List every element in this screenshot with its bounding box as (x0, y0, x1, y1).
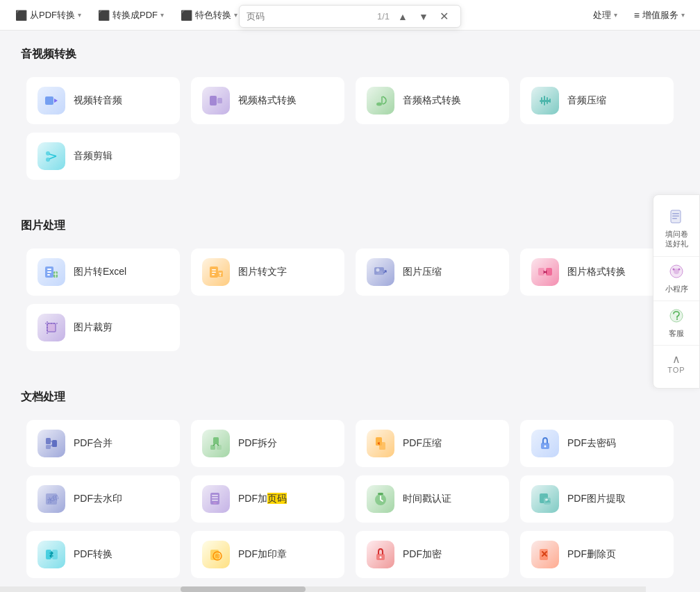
item-img-text[interactable]: T 图片转文字 (191, 248, 344, 296)
item-pdf-convert2[interactable]: PDF转换 (26, 531, 180, 578)
miniprogram-label: 小程序 (665, 284, 688, 294)
top-button[interactable]: ∧ TOP (653, 346, 699, 381)
search-next-btn[interactable]: ▼ (416, 10, 431, 24)
item-pdf-split[interactable]: PDF拆分 (191, 420, 344, 467)
svg-rect-27 (538, 268, 544, 276)
section-image: 图片处理 图片转Excel T 图片转文字 图片压缩 (21, 202, 679, 355)
svg-rect-69 (672, 218, 677, 219)
item-img-compress[interactable]: 图片压缩 (356, 248, 509, 296)
search-input[interactable]: 页码 (247, 11, 372, 22)
pdf-img-extract-label: PDF图片提取 (567, 493, 626, 505)
service-icon (669, 308, 684, 327)
nav-special-label: 特色转换 (195, 9, 231, 22)
item-video-to-audio[interactable]: 视频转音频 (26, 77, 180, 124)
timestamp-icon (367, 485, 394, 513)
pdf-pagenum-label: PDF加页码 (238, 493, 287, 505)
svg-point-4 (376, 103, 382, 106)
nav-from-pdf[interactable]: ⬛ 从PDF转换 ▾ (7, 6, 90, 24)
item-video-format[interactable]: 视频格式转换 (191, 77, 344, 124)
svg-rect-49 (213, 502, 217, 504)
pdf-compress-label: PDF压缩 (403, 437, 442, 450)
item-pdf-merge[interactable]: PDF合并 (26, 420, 180, 467)
item-audio-format[interactable]: 音频格式转换 (356, 77, 509, 124)
svg-point-25 (376, 269, 380, 272)
search-prev-btn[interactable]: ▲ (395, 10, 410, 24)
svg-rect-13 (47, 271, 51, 273)
audio-clip-icon (38, 142, 65, 170)
section-audio-video: 音视频转换 视频转音频 视频格式转换 音频格式转换 (21, 31, 679, 184)
item-pdf-delete-page[interactable]: PDF删除页 (520, 531, 674, 578)
section-docs-title: 文档处理 (21, 373, 679, 416)
nav-process[interactable]: 处理 ▾ (585, 6, 626, 24)
item-pdf-protect[interactable]: PDF加密 (356, 531, 509, 578)
svg-point-42 (544, 446, 547, 448)
side-miniprogram[interactable]: 小程序 (653, 257, 699, 301)
video-format-label: 视频格式转换 (238, 94, 297, 107)
section-image-title: 图片处理 (21, 202, 679, 244)
item-pdf-img-extract[interactable]: PDF图片提取 (520, 475, 674, 523)
pdf-merge-icon (38, 430, 65, 457)
pdf-stamp-icon: 印 (202, 541, 230, 568)
scrollbar[interactable] (0, 586, 646, 592)
search-count: 1/1 (377, 11, 390, 22)
nav-to-pdf-label: 转换成PDF (112, 9, 158, 22)
svg-rect-40 (379, 442, 385, 450)
svg-marker-1 (54, 99, 58, 103)
item-audio-clip[interactable]: 音频剪辑 (26, 133, 180, 180)
survey-label: 填问卷送好礼 (665, 229, 688, 249)
top-nav: 页码 1/1 ▲ ▼ ✕ ⬛ 从PDF转换 ▾ ⬛ 转换成PDF ▾ ⬛ 特色转… (0, 0, 700, 31)
svg-rect-12 (47, 269, 51, 270)
pdf-split-label: PDF拆分 (238, 437, 277, 450)
img-excel-label: 图片转Excel (74, 266, 126, 278)
pdf-compress-icon (367, 430, 394, 457)
svg-rect-67 (672, 213, 679, 214)
svg-rect-51 (378, 493, 383, 495)
item-pdf-password[interactable]: PDF去密码 (520, 420, 674, 467)
section-audio-video-title: 音视频转换 (21, 31, 679, 73)
scrollbar-thumb[interactable] (181, 586, 306, 592)
item-img-crop[interactable]: 图片裁剪 (26, 304, 180, 351)
svg-rect-3 (217, 98, 222, 103)
svg-line-9 (49, 154, 56, 156)
nav-to-pdf[interactable]: ⬛ 转换成PDF ▾ (90, 6, 172, 24)
side-survey[interactable]: 填问卷送好礼 (653, 202, 699, 257)
divider-2 (0, 361, 700, 368)
svg-rect-37 (210, 445, 215, 450)
svg-point-73 (678, 268, 681, 270)
side-service[interactable]: 客服 (653, 301, 699, 346)
item-pdf-pagenum[interactable]: PDF加页码 (191, 475, 344, 523)
item-timestamp[interactable]: 时间戳认证 (356, 475, 509, 523)
img-format-icon (531, 258, 559, 286)
item-audio-compress[interactable]: 音频压缩 (520, 77, 674, 124)
svg-rect-14 (47, 274, 50, 276)
svg-point-72 (673, 268, 675, 270)
image-grid: 图片转Excel T 图片转文字 图片压缩 图片格式转换 (21, 244, 679, 300)
item-pdf-stamp[interactable]: 印 PDF加印章 (191, 531, 344, 578)
extra-icon: ≡ (634, 10, 640, 21)
side-panel: 填问卷送好礼 小程序 客服 ∧ TOP (653, 194, 700, 389)
svg-rect-33 (46, 438, 51, 444)
nav-from-pdf-label: 从PDF转换 (30, 9, 75, 22)
search-close-btn[interactable]: ✕ (437, 8, 451, 24)
audio-video-grid: 视频转音频 视频格式转换 音频格式转换 音频压缩 (21, 73, 679, 128)
svg-rect-57 (52, 550, 58, 559)
nav-extra[interactable]: ≡ 增值服务 ▾ (626, 6, 693, 24)
svg-rect-21 (212, 274, 215, 276)
service-label: 客服 (669, 328, 684, 338)
svg-text:T: T (219, 272, 222, 277)
from-pdf-icon: ⬛ (15, 10, 27, 21)
svg-rect-35 (52, 440, 57, 447)
svg-rect-46 (212, 495, 218, 496)
divider-1 (0, 189, 700, 196)
img-crop-label: 图片裁剪 (74, 321, 112, 334)
item-pdf-compress[interactable]: PDF压缩 (356, 420, 509, 467)
video-format-icon (202, 87, 230, 115)
svg-point-54 (545, 499, 548, 501)
svg-text:印: 印 (215, 553, 220, 559)
item-img-format[interactable]: 图片格式转换 (520, 248, 674, 296)
nav-special[interactable]: ⬛ 特色转换 ▾ (172, 6, 246, 24)
item-pdf-watermark[interactable]: 水印 PDF去水印 (26, 475, 180, 523)
item-img-excel[interactable]: 图片转Excel (26, 248, 180, 296)
svg-rect-19 (212, 269, 216, 271)
pdf-delete-page-icon (531, 541, 559, 568)
